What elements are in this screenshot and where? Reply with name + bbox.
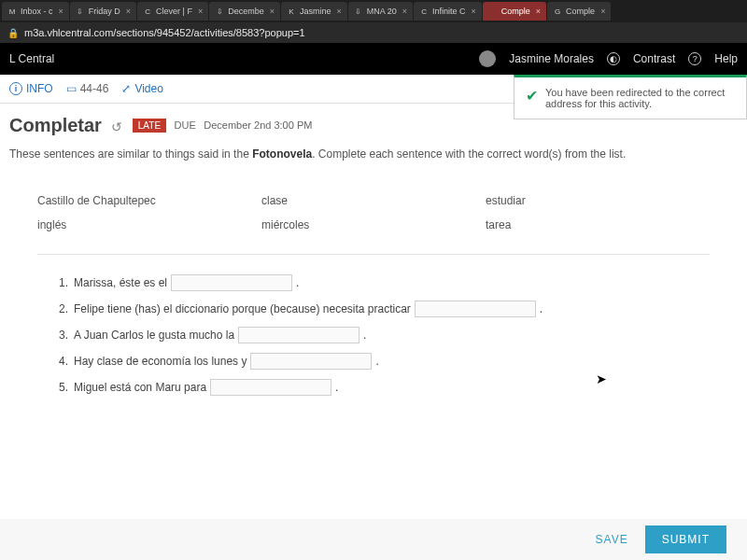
late-badge: LATE: [133, 119, 166, 133]
tab-label: Jasmine: [300, 7, 331, 16]
question-number: 4.: [51, 355, 68, 368]
video-link[interactable]: ⤢ Video: [121, 82, 162, 95]
close-icon[interactable]: ×: [270, 7, 275, 16]
question-suffix: .: [296, 276, 299, 289]
book-icon: ▭: [66, 82, 77, 95]
check-icon: ✔: [526, 87, 538, 109]
due-label: DUE: [175, 119, 196, 131]
favicon: G: [553, 7, 562, 16]
tab-label: MNA 20: [367, 7, 397, 16]
tab-label: Friday D: [89, 7, 120, 16]
question-text: Felipe tiene (has) el diccionario porque…: [74, 302, 411, 315]
footer: SAVE SUBMIT: [0, 519, 747, 560]
close-icon[interactable]: ×: [198, 7, 203, 16]
tab-label: Decembe: [228, 7, 264, 16]
question-suffix: .: [540, 302, 543, 315]
instructions-bold: Fotonovela: [252, 147, 312, 161]
browser-tab[interactable]: Comple×: [483, 2, 546, 21]
instructions-post: . Complete each sentence with the correc…: [312, 147, 626, 161]
close-icon[interactable]: ×: [600, 7, 605, 16]
browser-tab[interactable]: ⇩MNA 20×: [348, 2, 413, 21]
question-text: Hay clase de economía los lunes y: [74, 355, 247, 368]
pages-link[interactable]: ▭ 44-46: [66, 82, 109, 95]
close-icon[interactable]: ×: [336, 7, 341, 16]
info-button[interactable]: i INFO: [9, 82, 53, 95]
instructions-pre: These sentences are similar to things sa…: [9, 147, 252, 161]
browser-tab[interactable]: CClever | F×: [137, 2, 208, 21]
close-icon[interactable]: ×: [536, 7, 541, 16]
close-icon[interactable]: ×: [59, 7, 63, 16]
toast-text: You have been redirected to the correct …: [545, 87, 735, 109]
wordbank-item: clase: [261, 189, 486, 213]
tab-label: Inbox - c: [21, 7, 53, 16]
wordbank-item: miércoles: [261, 213, 486, 237]
browser-tab[interactable]: KJasmine×: [281, 2, 347, 21]
instructions: These sentences are similar to things sa…: [0, 142, 747, 174]
question-text: Marissa, éste es el: [74, 276, 167, 289]
close-icon[interactable]: ×: [402, 7, 407, 16]
answer-input[interactable]: [171, 274, 292, 291]
tab-label: Clever | F: [156, 7, 192, 16]
answer-input[interactable]: [210, 379, 331, 396]
contrast-link[interactable]: Contrast: [633, 52, 675, 65]
wordbank-item: estudiar: [486, 189, 710, 213]
url-text: m3a.vhlcentral.com/sections/945452/activ…: [24, 27, 305, 38]
question-row: 3.A Juan Carlos le gusta mucho la.: [51, 322, 696, 348]
cursor-icon: ➤: [596, 371, 607, 386]
save-button[interactable]: SAVE: [596, 533, 628, 546]
favicon: C: [419, 7, 429, 16]
question-suffix: .: [335, 381, 338, 394]
site-header: L Central Jasmine Morales ◐ Contrast ? H…: [0, 43, 747, 75]
favicon: K: [287, 7, 296, 16]
browser-tab[interactable]: ⇩Decembe×: [209, 2, 280, 21]
help-icon[interactable]: ?: [688, 52, 701, 65]
browser-tab[interactable]: GComple×: [547, 2, 611, 21]
contrast-icon[interactable]: ◐: [607, 52, 620, 65]
activity-title: Completar: [9, 115, 102, 136]
avatar[interactable]: [479, 50, 496, 67]
expand-icon: ⤢: [121, 82, 131, 95]
browser-tab[interactable]: MInbox - c×: [2, 2, 69, 21]
question-number: 1.: [51, 276, 68, 289]
question-number: 3.: [51, 329, 68, 342]
lock-icon: 🔒: [7, 28, 19, 38]
question-suffix: .: [375, 355, 378, 368]
favicon: ⇩: [76, 7, 85, 16]
username[interactable]: Jasmine Morales: [509, 52, 594, 65]
pages-label: 44-46: [80, 82, 109, 95]
info-icon: i: [9, 82, 22, 95]
tab-label: Infinite C: [432, 7, 466, 16]
submit-button[interactable]: SUBMIT: [645, 525, 726, 553]
question-text: Miguel está con Maru para: [74, 381, 206, 394]
favicon: ⇩: [215, 7, 224, 16]
tab-label: Comple: [566, 7, 595, 16]
reset-icon[interactable]: ↺: [111, 119, 122, 134]
wordbank-item: Castillo de Chapultepec: [37, 189, 261, 213]
browser-tab[interactable]: CInfinite C×: [414, 2, 482, 21]
activity-topbar: i INFO ▭ 44-46 ⤢ Video ✔ You have been r…: [0, 75, 747, 104]
question-row: 2.Felipe tiene (has) el diccionario porq…: [51, 296, 696, 322]
browser-tab[interactable]: ⇩Friday D×: [70, 2, 136, 21]
question-suffix: .: [363, 329, 366, 342]
question-row: 4.Hay clase de economía los lunes y.: [51, 348, 696, 374]
answer-input[interactable]: [415, 301, 536, 317]
wordbank-item: inglés: [37, 213, 261, 237]
questions: 1.Marissa, éste es el.2.Felipe tiene (ha…: [0, 264, 747, 412]
answer-input[interactable]: [238, 327, 359, 343]
video-label: Video: [134, 82, 162, 95]
close-icon[interactable]: ×: [472, 7, 476, 16]
redirect-toast: ✔ You have been redirected to the correc…: [514, 75, 747, 119]
question-number: 5.: [51, 381, 68, 394]
favicon: C: [143, 7, 152, 16]
address-bar[interactable]: 🔒 m3a.vhlcentral.com/sections/945452/act…: [0, 22, 747, 43]
wordbank-item: tarea: [486, 213, 710, 237]
favicon: M: [7, 7, 17, 16]
favicon: ⇩: [354, 7, 363, 16]
close-icon[interactable]: ×: [126, 7, 131, 16]
site-title: L Central: [9, 52, 466, 65]
word-bank: Castillo de Chapultepec clase estudiar i…: [37, 179, 710, 255]
browser-tabs-strip: MInbox - c×⇩Friday D×CClever | F×⇩Decemb…: [0, 0, 747, 22]
answer-input[interactable]: [250, 353, 372, 370]
info-label: INFO: [26, 82, 53, 95]
help-link[interactable]: Help: [714, 52, 738, 65]
